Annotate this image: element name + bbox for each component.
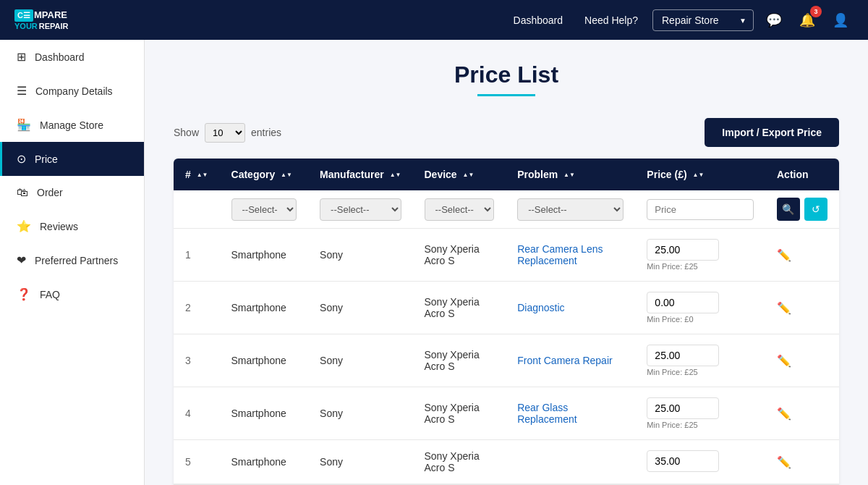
row-5-edit-button[interactable]: ✏️: [777, 455, 791, 469]
row-1-num: 1: [174, 229, 220, 282]
sort-icon-num[interactable]: ▲▼: [197, 172, 208, 178]
row-5-problem: [506, 440, 635, 484]
filter-manufacturer-cell: --Select--: [308, 190, 412, 229]
row-5-num: 5: [174, 440, 220, 484]
sidebar-label-reviews: Reviews: [40, 221, 78, 232]
row-2-price-input[interactable]: [647, 292, 719, 313]
sidebar-item-dashboard[interactable]: ⊞ Dashboard: [0, 40, 144, 74]
row-5-manufacturer: Sony: [308, 440, 412, 484]
title-underline: [477, 94, 535, 96]
row-4-price-input[interactable]: [647, 397, 719, 419]
filter-problem-select[interactable]: --Select--: [517, 198, 624, 221]
show-entries: Show 10 25 50 100 entries: [174, 123, 281, 143]
row-4-edit-button[interactable]: ✏️: [777, 407, 791, 421]
col-device: Device ▲▼: [413, 159, 506, 190]
store-select-input[interactable]: Repair Store Other Store: [652, 9, 754, 31]
sort-icon-problem[interactable]: ▲▼: [563, 172, 575, 178]
row-4-price-cell: Min Price: £25: [635, 387, 765, 440]
row-3-edit-button[interactable]: ✏️: [777, 354, 791, 368]
row-3-manufacturer: Sony: [308, 334, 412, 387]
sidebar-item-order[interactable]: 🛍 Order: [0, 176, 144, 209]
col-action: Action: [765, 159, 839, 190]
row-3-price-input[interactable]: [647, 345, 719, 366]
entries-select[interactable]: 10 25 50 100: [205, 123, 245, 143]
row-2-problem-link[interactable]: Diagnostic: [517, 302, 564, 313]
row-1-edit-button[interactable]: ✏️: [777, 248, 791, 262]
user-button[interactable]: 👤: [827, 7, 854, 33]
row-1-category: Smartphone: [220, 229, 309, 282]
row-1-device: Sony Xperia Acro S: [413, 229, 506, 282]
sidebar-item-store[interactable]: 🏪 Manage Store: [0, 108, 144, 142]
price-table-wrapper: # ▲▼ Category ▲▼ Manufacturer ▲▼ Device …: [174, 159, 839, 485]
notification-button[interactable]: 🔔 3: [794, 7, 820, 33]
row-4-device: Sony Xperia Acro S: [413, 387, 506, 440]
table-row: 3 Smartphone Sony Sony Xperia Acro S Fro…: [174, 334, 839, 387]
sidebar-label-company: Company Details: [35, 85, 113, 97]
order-icon: 🛍: [17, 186, 28, 199]
header: C☰ MPARE YOUR REPAIR Dashboard Need Help…: [0, 0, 868, 40]
page-title-section: Price List: [174, 62, 839, 96]
sidebar-label-order: Order: [37, 187, 63, 198]
table-row: 2 Smartphone Sony Sony Xperia Acro S Dia…: [174, 282, 839, 334]
store-selector[interactable]: Repair Store Other Store: [652, 9, 754, 31]
table-row: 4 Smartphone Sony Sony Xperia Acro S Rea…: [174, 387, 839, 440]
dashboard-icon: ⊞: [17, 50, 26, 64]
row-5-action: ✏️: [765, 440, 839, 484]
chat-button[interactable]: 💬: [761, 7, 787, 33]
row-1-manufacturer: Sony: [308, 229, 412, 282]
row-4-price-container: Min Price: £25: [647, 397, 754, 429]
filter-price-input[interactable]: [647, 199, 754, 220]
filter-reset-button[interactable]: ↺: [804, 198, 827, 221]
row-4-problem-link[interactable]: Rear Glass Replacement: [517, 402, 577, 425]
sort-icon-price[interactable]: ▲▼: [692, 172, 704, 178]
user-icon: 👤: [833, 12, 848, 28]
row-3-device: Sony Xperia Acro S: [413, 334, 506, 387]
show-label: Show: [174, 127, 199, 138]
filter-category-select[interactable]: --Select--: [231, 198, 297, 221]
sidebar-item-faq[interactable]: ❓ FAQ: [0, 277, 144, 311]
price-icon: ⊙: [17, 152, 26, 166]
row-4-manufacturer: Sony: [308, 387, 412, 440]
filter-device-select[interactable]: --Select--: [425, 198, 495, 221]
filter-manufacturer-select[interactable]: --Select--: [320, 198, 401, 221]
table-row: 5 Smartphone Sony Sony Xperia Acro S: [174, 440, 839, 484]
sort-icon-device[interactable]: ▲▼: [463, 172, 475, 178]
logo-text-your: YOUR: [14, 22, 38, 30]
main-nav: Dashboard Need Help?: [514, 14, 638, 26]
import-export-button[interactable]: Import / Export Price: [705, 118, 839, 147]
sidebar-item-partners[interactable]: ❤ Preferred Partners: [0, 243, 144, 277]
nav-help[interactable]: Need Help?: [584, 14, 638, 26]
sidebar-item-reviews[interactable]: ⭐ Reviews: [0, 209, 144, 243]
row-1-problem-link[interactable]: Rear Camera Lens Replacement: [517, 243, 603, 266]
row-5-device: Sony Xperia Acro S: [413, 440, 506, 484]
col-manufacturer: Manufacturer ▲▼: [308, 159, 412, 190]
sort-icon-category[interactable]: ▲▼: [281, 172, 292, 178]
row-1-problem: Rear Camera Lens Replacement: [506, 229, 635, 282]
toolbar: Show 10 25 50 100 entries Import / Expor…: [174, 118, 839, 147]
row-3-category: Smartphone: [220, 334, 309, 387]
filter-price-cell: [635, 190, 765, 229]
row-5-price-cell: [635, 440, 765, 484]
nav-dashboard[interactable]: Dashboard: [514, 14, 563, 26]
row-2-price-cell: Min Price: £0: [635, 282, 765, 334]
filter-actions: 🔍 ↺: [777, 198, 827, 221]
row-2-problem: Diagnostic: [506, 282, 635, 334]
filter-category-cell: --Select--: [220, 190, 309, 229]
row-3-action: ✏️: [765, 334, 839, 387]
row-3-problem-link[interactable]: Front Camera Repair: [517, 355, 613, 366]
page-title: Price List: [174, 62, 839, 88]
row-2-category: Smartphone: [220, 282, 309, 334]
row-2-edit-button[interactable]: ✏️: [777, 301, 791, 315]
row-5-price-input[interactable]: [647, 450, 719, 472]
sidebar-label-dashboard: Dashboard: [35, 51, 85, 63]
partners-icon: ❤: [17, 253, 26, 267]
row-1-price-input[interactable]: [647, 239, 719, 261]
chat-icon: 💬: [766, 12, 782, 28]
reviews-icon: ⭐: [17, 219, 31, 233]
filter-action-cell: 🔍 ↺: [765, 190, 839, 229]
sidebar-item-company[interactable]: ☰ Company Details: [0, 74, 144, 108]
sidebar-item-price[interactable]: ⊙ Price: [0, 142, 144, 176]
sort-icon-manufacturer[interactable]: ▲▼: [390, 172, 401, 178]
row-4-category: Smartphone: [220, 387, 309, 440]
filter-search-button[interactable]: 🔍: [777, 198, 800, 221]
